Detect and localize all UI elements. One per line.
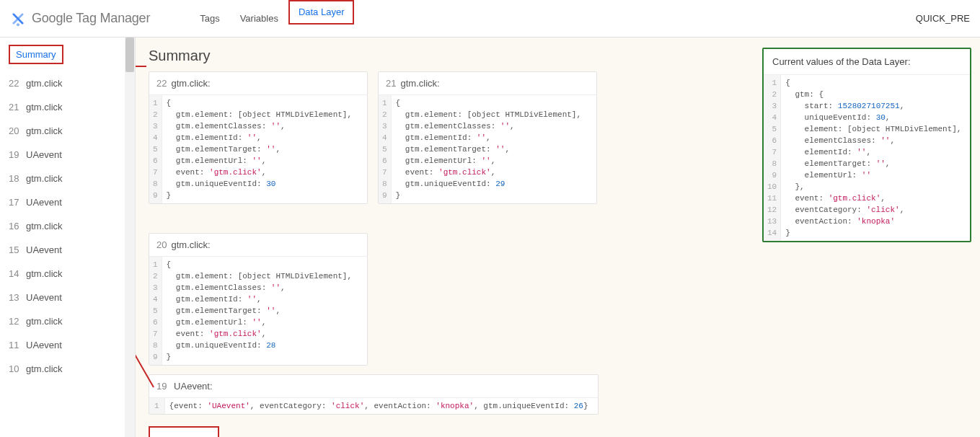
event-card: 20gtm.click: 1 2 3 4 5 6 7 8 9 { gtm.ele…	[149, 233, 368, 366]
top-nav: Tags Variables Data Layer	[190, 0, 354, 37]
event-card: 22gtm.click: 1 2 3 4 5 6 7 8 9 { gtm.ele…	[149, 71, 368, 204]
event-list: 22gtm.click21gtm.click20gtm.click19UAeve…	[0, 70, 135, 382]
show-more-button[interactable]: Show More	[149, 426, 219, 437]
tab-variables[interactable]: Variables	[230, 0, 288, 37]
main-body: Summary 22gtm.click21gtm.click20gtm.clic…	[0, 37, 980, 437]
data-layer-panel: Current values of the Data Layer: 1 2 3 …	[762, 37, 980, 437]
sidebar-event-item[interactable]: 21gtm.click	[3, 95, 132, 119]
data-layer-title: Current values of the Data Layer:	[764, 49, 970, 74]
sidebar-event-item[interactable]: 10gtm.click	[3, 357, 132, 381]
event-sidebar: Summary 22gtm.click21gtm.click20gtm.clic…	[0, 37, 136, 437]
card-head: 20gtm.click:	[149, 234, 367, 256]
sidebar-event-item[interactable]: 17UAevent	[3, 190, 132, 214]
card-head: 22gtm.click:	[149, 72, 367, 94]
main-panel: Summary 22gtm.click: 1 2 3 4 5 6 7 8 9 {…	[136, 37, 762, 437]
product-name: Google Tag Manager	[32, 11, 150, 26]
tab-data-layer[interactable]: Data Layer	[288, 0, 355, 25]
event-code: { gtm.element: [object HTMLDivElement], …	[162, 257, 356, 365]
event-code: { gtm.element: [object HTMLDivElement], …	[392, 95, 586, 203]
top-bar: Google Tag Manager Tags Variables Data L…	[0, 0, 980, 37]
product-logo: Google Tag Manager	[10, 11, 150, 27]
container-id: QUICK_PRE	[916, 13, 970, 24]
card-head: 19 UAevent:	[149, 375, 598, 397]
scrollbar-thumb[interactable]	[125, 37, 134, 72]
annotation-arrow-1	[136, 59, 150, 74]
sidebar-event-item[interactable]: 14gtm.click	[3, 262, 132, 286]
data-layer-card: Current values of the Data Layer: 1 2 3 …	[762, 48, 971, 242]
svg-point-2	[17, 23, 19, 26]
sidebar-event-item[interactable]: 15UAevent	[3, 238, 132, 262]
card-head: 21gtm.click:	[379, 72, 596, 94]
sidebar-event-item[interactable]: 20gtm.click	[3, 119, 132, 143]
scrollbar[interactable]	[125, 37, 135, 437]
sidebar-summary[interactable]: Summary	[9, 45, 63, 64]
event-code: { gtm.element: [object HTMLDivElement], …	[162, 95, 356, 203]
event-cards: 22gtm.click: 1 2 3 4 5 6 7 8 9 { gtm.ele…	[149, 71, 610, 374]
sidebar-event-item[interactable]: 19UAevent	[3, 143, 132, 167]
page-title: Summary	[149, 48, 749, 64]
sidebar-event-item[interactable]: 13UAevent	[3, 286, 132, 309]
sidebar-event-item[interactable]: 22gtm.click	[3, 71, 132, 95]
sidebar-event-item[interactable]: 18gtm.click	[3, 167, 132, 190]
data-layer-code: { gtm: { start: 1528027107251, uniqueEve…	[781, 75, 966, 241]
tab-tags[interactable]: Tags	[190, 0, 229, 37]
gtm-logo-icon	[10, 11, 26, 27]
sidebar-event-item[interactable]: 12gtm.click	[3, 309, 132, 333]
sidebar-event-item[interactable]: 16gtm.click	[3, 214, 132, 238]
uaevent-code: {event: 'UAevent', eventCategory: 'click…	[165, 398, 593, 414]
uaevent-card: 19 UAevent: 1 {event: 'UAevent', eventCa…	[149, 374, 599, 415]
event-card: 21gtm.click: 1 2 3 4 5 6 7 8 9 { gtm.ele…	[378, 71, 597, 204]
sidebar-event-item[interactable]: 11UAevent	[3, 333, 132, 357]
